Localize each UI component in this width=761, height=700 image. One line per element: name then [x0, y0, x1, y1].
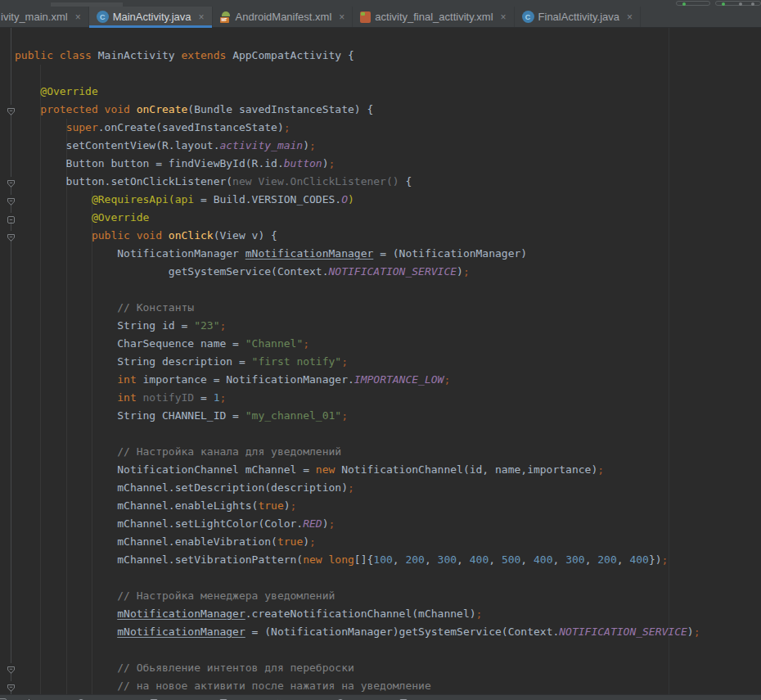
code-line[interactable]: // Настройка менеджера уведомлений	[0, 587, 761, 605]
code-line[interactable]: // Константы	[0, 299, 761, 317]
code-token: mChannel.setLightColor(Color.	[15, 517, 303, 530]
tool-window-bar: TODO!ProblemsTerminalLogcat⚒BuildProfile…	[0, 694, 761, 700]
code-token: ;	[309, 535, 316, 548]
code-token: ;	[694, 625, 700, 638]
code-token: @Override	[15, 85, 98, 97]
code-token: public class	[15, 49, 98, 61]
code-line[interactable]: @Override	[0, 209, 761, 227]
code-token: ;	[290, 499, 297, 512]
code-token: ,	[489, 553, 502, 566]
code-line[interactable]: CharSequence name = "Channel";	[0, 335, 761, 353]
code-token: )	[687, 625, 694, 638]
code-token: {	[405, 175, 412, 187]
code-line[interactable]: Button button = findViewById(R.id.button…	[0, 155, 761, 173]
code-line[interactable]: public void onClick(View v) {	[0, 227, 761, 245]
code-line[interactable]: // Настройка канала для уведомлений	[0, 443, 761, 461]
code-token: importance = NotificationManager.	[137, 373, 354, 386]
code-line[interactable]: int notifyID = 1;	[0, 389, 761, 407]
code-line[interactable]: mNotificationManager.createNotificationC…	[0, 605, 761, 623]
code-line[interactable]: mChannel.enableLights(true);	[0, 497, 761, 515]
code-token: super	[66, 121, 98, 133]
editor-tab-ivity_main-xml[interactable]: ivity_main.xml×	[0, 7, 89, 27]
code-token: 500	[502, 553, 520, 566]
code-line[interactable]: mChannel.setVibrationPattern(new long[]{…	[0, 551, 761, 569]
code-line[interactable]: protected void onCreate(Bundle savedInst…	[0, 101, 761, 119]
code-token: new View.OnClickListener()	[232, 175, 405, 187]
close-icon[interactable]: ×	[75, 12, 81, 22]
fold-marker-icon[interactable]	[7, 663, 16, 672]
code-token: mNotificationManager	[245, 247, 374, 260]
code-token: ;	[597, 463, 604, 476]
code-line[interactable]: setContentView(R.layout.activity_main);	[0, 137, 761, 155]
code-token: Button button = findViewById(R.id.	[15, 157, 284, 169]
code-token: NotificationChannel mChannel =	[15, 463, 316, 476]
code-token: "my_channel_01"	[245, 409, 341, 422]
code-line[interactable]: NotificationManager mNotificationManager…	[0, 245, 761, 263]
editor-tab-finalacttivity-java[interactable]: CFinalActtivity.java×	[515, 7, 641, 27]
code-line[interactable]	[0, 281, 761, 299]
code-line[interactable]: mNotificationManager = (NotificationMana…	[0, 623, 761, 641]
code-token: 300	[438, 553, 457, 566]
code-token: activity_main	[219, 139, 303, 151]
code-line[interactable]: String description = "first notify";	[0, 353, 761, 371]
code-token: mChannel.setVibrationPattern(	[15, 553, 303, 566]
code-line[interactable]: @Override	[0, 83, 761, 101]
code-token: .onCreate(savedInstanceState)	[98, 121, 284, 133]
close-icon[interactable]: ×	[501, 12, 507, 22]
code-token: =	[194, 391, 213, 404]
code-line[interactable]: @RequiresApi(api = Build.VERSION_CODES.O…	[0, 191, 761, 209]
manifest-file-icon: MF	[220, 11, 232, 23]
device-group[interactable]	[676, 1, 710, 6]
code-token: onCreate	[137, 103, 188, 115]
code-line[interactable]: super.onCreate(savedInstanceState);	[0, 119, 761, 137]
code-token: ;	[341, 409, 348, 422]
fold-marker-icon[interactable]	[7, 681, 16, 690]
fold-marker-icon[interactable]	[7, 213, 16, 222]
code-token	[15, 607, 117, 620]
code-token: ;	[284, 121, 290, 133]
code-token: MainActivity	[98, 49, 182, 61]
code-line[interactable]	[0, 425, 761, 443]
editor-tab-mainactivity-java[interactable]: CMainActivity.java×	[89, 7, 213, 27]
code-token: ,	[393, 553, 406, 566]
editor-tab-androidmanifest-xml[interactable]: MFAndroidManifest.xml×	[213, 7, 353, 27]
code-line[interactable]: int importance = NotificationManager.IMP…	[0, 371, 761, 389]
code-token: public void	[15, 229, 169, 242]
code-token: 200	[597, 553, 616, 566]
code-line[interactable]: button.setOnClickListener(new View.OnCli…	[0, 173, 761, 191]
code-line[interactable]: // на новое активити после нажатия на ув…	[0, 677, 761, 694]
code-editor[interactable]: public class MainActivity extends AppCom…	[0, 28, 761, 694]
close-icon[interactable]: ×	[627, 12, 633, 22]
fold-marker-icon[interactable]	[7, 195, 16, 204]
code-line[interactable]: String CHANNEL_ID = "my_channel_01";	[0, 407, 761, 425]
code-line[interactable]	[0, 569, 761, 587]
code-token: NotificationManager	[15, 247, 245, 260]
editor-tab-activity_final_acttivity-xml[interactable]: activity_final_acttivity.xml×	[353, 7, 514, 27]
tab-label: ivity_main.xml	[1, 11, 68, 23]
code-token: @Override	[15, 211, 149, 224]
code-line[interactable]: mChannel.setDescription(description);	[0, 479, 761, 497]
code-token	[15, 121, 66, 133]
code-line[interactable]: String id = "23";	[0, 317, 761, 335]
code-line[interactable]: mChannel.enableVibration(true);	[0, 533, 761, 551]
code-line[interactable]: NotificationChannel mChannel = new Notif…	[0, 461, 761, 479]
close-icon[interactable]: ×	[339, 12, 344, 22]
code-token: int	[15, 373, 137, 386]
code-line[interactable]	[0, 65, 761, 83]
code-line[interactable]: public class MainActivity extends AppCom…	[0, 47, 761, 65]
fold-marker-icon[interactable]	[7, 177, 16, 186]
close-icon[interactable]: ×	[198, 12, 204, 22]
code-token: // Константы	[15, 301, 194, 314]
code-line[interactable]: getSystemService(Context.NOTIFICATION_SE…	[0, 263, 761, 281]
code-token: // на новое активити после нажатия на ув…	[15, 680, 431, 692]
code-token: ;	[444, 373, 450, 386]
code-token: button	[284, 157, 322, 169]
code-line[interactable]: mChannel.setLightColor(Color.RED);	[0, 515, 761, 533]
fold-marker-icon[interactable]	[7, 105, 16, 114]
code-token: onClick	[169, 229, 214, 242]
fold-marker-icon[interactable]	[7, 231, 16, 240]
code-token: mChannel.enableLights(	[15, 499, 258, 512]
code-line[interactable]	[0, 641, 761, 659]
code-line[interactable]: // Обьявление интентов для переброски	[0, 659, 761, 677]
tab-label: AndroidManifest.xml	[236, 11, 332, 23]
